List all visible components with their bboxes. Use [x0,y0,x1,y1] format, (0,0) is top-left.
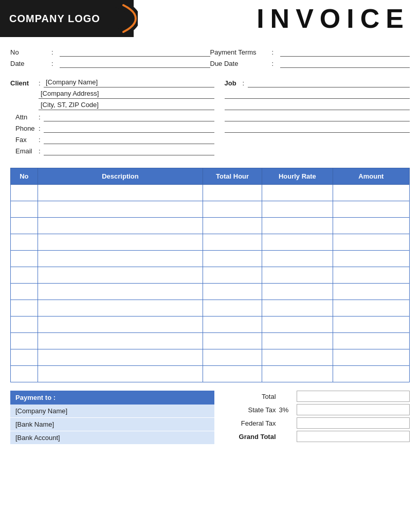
table-cell-0-3 [262,185,333,201]
table-cell-3-4 [333,234,409,251]
table-cell-0-0 [11,185,38,201]
meta-no-line [60,47,210,57]
meta-two-col: No : Date : Payment Terms : Due Date : [10,47,410,70]
client-attn-row: Attn : [10,112,214,121]
table-cell-0-1 [38,185,203,201]
table-cell-6-2 [203,284,262,300]
client-city-zip: [City, ST, ZIP Code] [39,101,214,110]
table-cell-8-0 [11,317,38,333]
table-cell-0-2 [203,185,262,201]
table-row [11,300,410,317]
table-row [11,349,410,366]
job-header-row: Job : [225,78,410,87]
meta-terms-row: Payment Terms : [210,47,410,57]
client-name-row: Client : [Company Name] [10,78,214,87]
col-header-rate: Hourly Rate [262,168,333,185]
meta-no-row: No : [10,47,210,57]
table-cell-2-2 [203,218,262,234]
col-header-amount: Amount [333,168,409,185]
table-section: No Description Total Hour Hourly Rate Am… [0,168,420,382]
table-cell-11-0 [11,366,38,382]
total-row: Total [225,391,410,402]
table-cell-4-3 [262,251,333,267]
client-fax-label: Fax [15,136,39,144]
table-cell-2-0 [11,218,38,234]
federal-tax-row: Federal Tax [225,417,410,429]
table-cell-9-0 [11,333,38,349]
total-value-box [297,391,410,402]
client-company-name: [Company Name] [44,78,214,87]
bottom-section: Payment to : [Company Name] [Bank Name] … [0,391,420,445]
table-cell-1-1 [38,201,203,218]
state-tax-row: State Tax 3% [225,404,410,415]
meta-terms-line [280,47,410,57]
table-row [11,201,410,218]
grand-total-label: Grand Total [225,433,276,441]
table-cell-4-2 [203,251,262,267]
client-city-row: [City, ST, ZIP Code] [10,101,214,110]
job-line-1 [248,78,410,87]
table-cell-11-4 [333,366,409,382]
table-cell-6-0 [11,284,38,300]
col-header-desc: Description [38,168,203,185]
meta-no-colon: : [51,48,60,56]
table-cell-8-1 [38,317,203,333]
logo-area: COMPANY LOGO [0,0,134,37]
meta-left: No : Date : [10,47,210,70]
meta-no-label: No [10,48,51,56]
totals-block: Total State Tax 3% Federal Tax Grand Tot… [225,391,410,445]
table-cell-9-3 [262,333,333,349]
table-cell-10-2 [203,349,262,366]
table-cell-9-2 [203,333,262,349]
table-cell-3-1 [38,234,203,251]
table-cell-3-2 [203,234,262,251]
table-cell-7-4 [333,300,409,317]
table-cell-1-3 [262,201,333,218]
client-phone-colon: : [39,125,44,132]
table-cell-2-4 [333,218,409,234]
table-cell-6-3 [262,284,333,300]
client-fax-colon: : [39,136,44,144]
col-header-hours: Total Hour [203,168,262,185]
grand-total-value-box [297,431,410,442]
table-cell-4-4 [333,251,409,267]
table-cell-9-1 [38,333,203,349]
table-cell-11-2 [203,366,262,382]
federal-tax-value-box [297,417,410,429]
job-line-5 [225,124,410,133]
table-cell-8-4 [333,317,409,333]
table-cell-7-2 [203,300,262,317]
meta-terms-label: Payment Terms [210,48,272,56]
job-label: Job [225,79,243,87]
table-cell-10-1 [38,349,203,366]
table-row [11,185,410,201]
table-cell-2-3 [262,218,333,234]
payment-bank-name: [Bank Name] [10,418,214,431]
table-cell-6-1 [38,284,203,300]
invoice-title: INVOICE [257,3,410,34]
table-cell-1-4 [333,201,409,218]
client-phone-line [44,124,214,133]
total-label: Total [225,393,276,400]
client-attn-label: Attn [15,113,39,121]
table-row [11,218,410,234]
table-cell-8-2 [203,317,262,333]
table-cell-10-0 [11,349,38,366]
table-cell-5-1 [38,267,203,284]
job-line-2 [225,90,410,99]
table-row [11,284,410,300]
table-row [11,333,410,349]
logo-text: COMPANY LOGO [9,13,100,25]
meta-duedate-label: Due Date [210,60,272,67]
table-cell-3-0 [11,234,38,251]
client-address-row: [Company Address] [10,90,214,99]
client-job-section: Client : [Company Name] [Company Address… [0,78,420,157]
table-cell-7-0 [11,300,38,317]
table-cell-1-0 [11,201,38,218]
table-row [11,234,410,251]
table-cell-6-4 [333,284,409,300]
table-cell-4-0 [11,251,38,267]
table-cell-7-3 [262,300,333,317]
invoice-table: No Description Total Hour Hourly Rate Am… [10,168,410,382]
table-header-row: No Description Total Hour Hourly Rate Am… [11,168,410,185]
